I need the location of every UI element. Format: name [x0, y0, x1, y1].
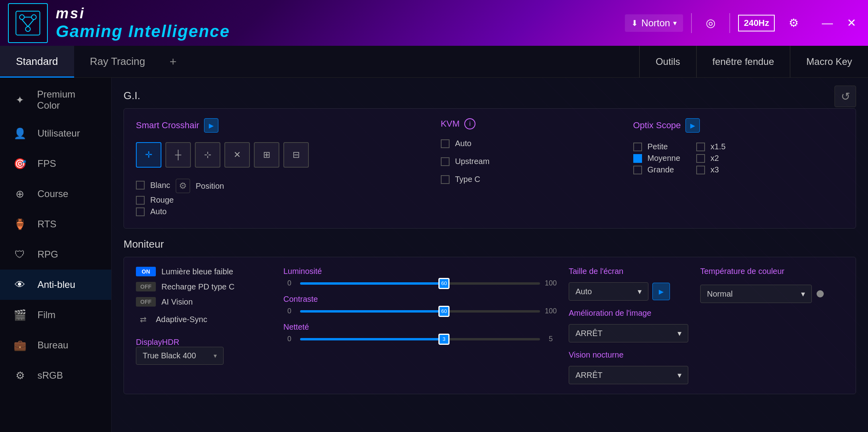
tab-standard[interactable]: Standard	[0, 46, 74, 78]
vision-nocturne-dropdown[interactable]: ARRÊT ▾	[569, 366, 688, 384]
color-rouge-checkbox[interactable]	[136, 196, 145, 205]
adaptive-sync-label: Adaptive-Sync	[156, 315, 207, 324]
temperature-dropdown[interactable]: Normal ▾	[700, 285, 812, 303]
optix-play-button[interactable]: ▶	[685, 118, 700, 133]
contraste-thumb[interactable]: 60	[438, 306, 450, 317]
crosshair-icon-x[interactable]: ✕	[224, 142, 250, 168]
kvm-upstream-checkbox[interactable]	[441, 157, 450, 166]
logo-icon	[8, 3, 48, 43]
monitor-toggles-col: ON Lumière bleue faible OFF Recharge PD …	[136, 267, 271, 384]
ai-vision-toggle[interactable]: OFF	[136, 297, 156, 307]
nettete-slider[interactable]: 3	[300, 338, 540, 340]
norton-button[interactable]: ⬇ Norton ▾	[625, 14, 683, 32]
contraste-max: 100	[545, 307, 557, 315]
sidebar-item-bureau[interactable]: 💼 Bureau	[0, 330, 111, 360]
smart-crosshair-play-button[interactable]: ▶	[204, 118, 218, 133]
kvm-typec-checkbox[interactable]	[441, 175, 450, 184]
settings-icon[interactable]: ⚙	[783, 12, 804, 34]
sidebar-item-film[interactable]: 🎬 Film	[0, 300, 111, 330]
refresh-button[interactable]: ↺	[835, 86, 856, 107]
sidebar-item-rts[interactable]: 🏺 RTS	[0, 209, 111, 239]
crosshair-icon-plus[interactable]: ✛	[136, 142, 161, 168]
tab-outils[interactable]: Outils	[639, 46, 696, 78]
vision-nocturne-label: Vision nocturne	[569, 350, 688, 360]
kvm-upstream-label: Upstream	[455, 157, 490, 166]
crosshair-icon-corner[interactable]: ⊟	[283, 142, 309, 168]
amelioration-dropdown[interactable]: ARRÊT ▾	[569, 324, 688, 342]
hz-display: 240Hz	[738, 15, 775, 31]
optix-moyenne-checkbox[interactable]	[633, 154, 642, 163]
monitor-sliders-col: Luminosité 0 60 100	[283, 267, 557, 384]
taille-dropdown[interactable]: Auto ▾	[569, 282, 648, 301]
recharge-toggle[interactable]: OFF	[136, 282, 156, 291]
monitor-grid: ON Lumière bleue faible OFF Recharge PD …	[136, 267, 844, 384]
crosshair-icon-thin[interactable]: ┼	[165, 142, 191, 168]
color-blanc-row: Blanc ⚙ Position	[136, 177, 417, 193]
color-rouge-row: Rouge	[136, 195, 417, 205]
contraste-fill	[300, 310, 444, 313]
luminosite-min: 0	[283, 279, 295, 287]
luminosite-max: 100	[545, 279, 557, 287]
tab-add-button[interactable]: +	[161, 50, 185, 74]
optix-size-col: Petite Moyenne Grande	[633, 142, 680, 177]
tab-ray-tracing[interactable]: Ray Tracing	[74, 46, 161, 78]
nettete-title: Netteté	[283, 323, 557, 332]
crosshair-icon-dot[interactable]: ⊹	[195, 142, 220, 168]
sidebar-item-srgb[interactable]: ⚙ sRGB	[0, 360, 111, 391]
tab-macro-key[interactable]: Macro Key	[790, 46, 868, 78]
crosshair-icon-expand[interactable]: ⊞	[254, 142, 279, 168]
temperature-chevron-icon: ▾	[801, 289, 805, 299]
taille-row: Auto ▾ ▶	[569, 282, 688, 301]
kvm-auto-checkbox[interactable]	[441, 139, 450, 148]
temperature-dot[interactable]	[817, 290, 824, 297]
taille-play-button[interactable]: ▶	[652, 283, 670, 300]
displayhdr-dropdown[interactable]: True Black 400 ▾	[136, 347, 224, 365]
luminosite-group: Luminosité 0 60 100	[283, 267, 557, 287]
lumiere-toggle[interactable]: ON	[136, 267, 156, 276]
rpg-icon: 🛡	[12, 246, 28, 262]
color-auto-checkbox[interactable]	[136, 207, 145, 216]
film-icon: 🎬	[12, 307, 28, 323]
utilisateur-icon: 👤	[12, 125, 28, 141]
optix-x3-checkbox[interactable]	[696, 166, 705, 174]
displayhdr-label: DisplayHDR	[136, 338, 271, 347]
sidebar-item-utilisateur[interactable]: 👤 Utilisateur	[0, 118, 111, 149]
circle-icon-button[interactable]: ◎	[700, 12, 721, 34]
nettete-slider-row: 0 3 5	[283, 335, 557, 343]
monitor-right-col: Taille de l'écran Auto ▾ ▶ Amélioration …	[569, 267, 688, 384]
tab-fenetre-fendue[interactable]: fenêtre fendue	[696, 46, 790, 78]
position-gear-icon[interactable]: ⚙	[176, 179, 190, 193]
content-area: ↺ G.I. Smart Crosshair ▶ ✛ ┼ ⊹ ✕ ⊞	[112, 78, 868, 432]
optix-x1-5-checkbox[interactable]	[696, 143, 705, 151]
nettete-thumb[interactable]: 3	[438, 334, 450, 345]
contraste-min: 0	[283, 307, 295, 315]
sidebar-item-rpg[interactable]: 🛡 RPG	[0, 239, 111, 270]
kvm-info-icon[interactable]: i	[464, 118, 475, 129]
optix-x2-checkbox[interactable]	[696, 154, 705, 163]
gi-row: Smart Crosshair ▶ ✛ ┼ ⊹ ✕ ⊞ ⊟	[136, 118, 844, 219]
color-blanc-checkbox[interactable]	[136, 181, 145, 190]
sidebar-item-course[interactable]: ⊕ Course	[0, 179, 111, 209]
header-separator	[691, 13, 692, 33]
luminosite-thumb[interactable]: 60	[438, 278, 450, 289]
minimize-button[interactable]: —	[819, 14, 836, 32]
optix-label-row: Optix Scope ▶	[633, 118, 844, 133]
lumiere-toggle-row: ON Lumière bleue faible	[136, 267, 271, 276]
close-button[interactable]: ✕	[842, 14, 860, 32]
optix-x1-5-label: x1.5	[711, 142, 726, 151]
gi-panel: Smart Crosshair ▶ ✛ ┼ ⊹ ✕ ⊞ ⊟	[124, 108, 856, 229]
fps-icon: 🎯	[12, 156, 28, 172]
contraste-group: Contraste 0 60 100	[283, 295, 557, 315]
sidebar-item-fps[interactable]: 🎯 FPS	[0, 149, 111, 179]
smart-crosshair-label-row: Smart Crosshair ▶	[136, 118, 417, 133]
sidebar-item-premium-color[interactable]: ✦ Premium Color	[0, 82, 111, 118]
optix-grande-checkbox[interactable]	[633, 166, 642, 174]
optix-grande-label: Grande	[648, 165, 674, 174]
optix-petite-checkbox[interactable]	[633, 143, 642, 151]
optix-petite-label: Petite	[648, 142, 668, 151]
sidebar-item-anti-bleu[interactable]: 👁 Anti-bleu	[0, 270, 111, 300]
svg-line-6	[28, 20, 34, 27]
logo-area: msi Gaming Intelligence	[8, 3, 230, 43]
contraste-slider[interactable]: 60	[300, 310, 540, 313]
luminosite-slider[interactable]: 60	[300, 282, 540, 285]
